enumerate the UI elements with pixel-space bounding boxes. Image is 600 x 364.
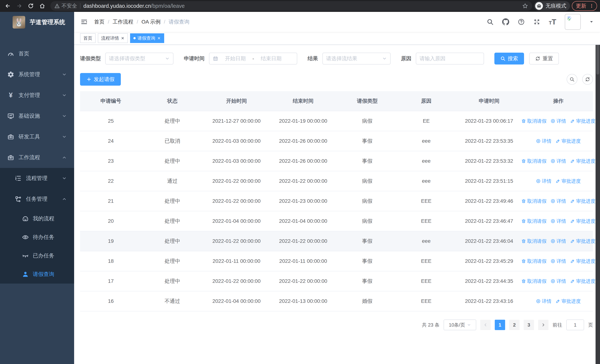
sidebar-item-label: 流程管理	[26, 175, 47, 182]
close-icon[interactable]	[157, 36, 161, 40]
approval-progress-link[interactable]: 审批进度	[570, 158, 595, 164]
reason-field[interactable]	[416, 53, 484, 65]
sidebar-item-system[interactable]: 系统管理	[0, 64, 74, 85]
forward-button[interactable]	[14, 1, 24, 11]
end-date-input[interactable]	[256, 56, 286, 62]
detail-link[interactable]: 详情	[536, 138, 552, 144]
create-leave-button[interactable]: 发起请假	[80, 73, 121, 86]
cancel-leave-link[interactable]: 取消请假	[521, 218, 546, 224]
sidebar-item-task-mgmt[interactable]: 任务管理	[0, 189, 74, 209]
reason-input[interactable]	[420, 56, 480, 62]
prev-page-button[interactable]	[480, 320, 491, 330]
detail-icon	[551, 119, 555, 123]
sidebar-item-home[interactable]: 首页	[0, 43, 74, 64]
breadcrumb-item[interactable]: 首页	[94, 18, 104, 25]
search-button[interactable]: 搜索	[494, 53, 524, 65]
detail-link[interactable]: 详情	[551, 198, 566, 205]
font-size-button[interactable]: TT	[549, 18, 556, 26]
back-button[interactable]	[3, 1, 13, 11]
cancel-leave-link[interactable]: 取消请假	[521, 158, 546, 164]
approval-progress-link[interactable]: 审批进度	[570, 218, 595, 224]
show-search-button[interactable]	[567, 74, 577, 85]
tab-process-detail[interactable]: 流程详情	[98, 33, 128, 43]
cancel-leave-link[interactable]: 取消请假	[521, 198, 546, 205]
reload-button[interactable]	[26, 1, 36, 11]
detail-link[interactable]: 详情	[551, 218, 566, 224]
browser-menu-button[interactable]	[589, 3, 594, 8]
sidebar-item-workflow[interactable]: 工作流程	[0, 147, 74, 168]
detail-link[interactable]: 详情	[536, 178, 552, 184]
sidebar-item-process-mgmt[interactable]: 流程管理	[0, 168, 74, 189]
goto-page-input[interactable]	[566, 319, 584, 330]
header-search-button[interactable]	[487, 18, 494, 25]
detail-icon	[536, 179, 541, 184]
security-label: 不安全	[62, 2, 77, 9]
table-row: 22 通过 2022-01-22 00:00:00 2022-01-22 00:…	[80, 171, 593, 191]
detail-link[interactable]: 详情	[551, 238, 566, 244]
sidebar-toggle[interactable]	[80, 18, 88, 26]
cancel-leave-link[interactable]: 取消请假	[521, 118, 546, 124]
tab-leave-query[interactable]: 请假查询	[130, 33, 164, 43]
cell-start: 2022-01-03 00:00:00	[203, 151, 270, 171]
approval-progress-link[interactable]: 审批进度	[555, 298, 581, 305]
page-button-1[interactable]: 1	[495, 320, 505, 330]
breadcrumb-item[interactable]: 工作流程	[113, 18, 133, 25]
refresh-icon	[585, 77, 590, 82]
github-button[interactable]	[502, 18, 509, 25]
close-icon[interactable]	[121, 36, 124, 40]
fullscreen-button[interactable]	[533, 18, 540, 25]
tab-home[interactable]: 首页	[80, 33, 96, 43]
detail-link[interactable]: 详情	[551, 278, 566, 284]
cell-status: 处理中	[141, 271, 203, 291]
cell-end: 2022-01-22 00:00:00	[270, 231, 337, 251]
vertical-scrollbar[interactable]	[596, 12, 600, 364]
cell-reason: EEE	[398, 291, 454, 311]
page-button-3[interactable]: 3	[524, 320, 534, 330]
sidebar-item-done-tasks[interactable]: 已办任务	[0, 246, 74, 265]
result-select-input[interactable]	[326, 56, 380, 62]
sidebar-item-label: 任务管理	[26, 195, 47, 203]
approval-progress-link[interactable]: 审批进度	[555, 138, 581, 144]
home-button[interactable]	[38, 1, 47, 11]
avatar-caret-icon[interactable]	[589, 20, 594, 24]
reset-button[interactable]: 重置	[529, 53, 559, 65]
avatar[interactable]	[565, 14, 581, 30]
sidebar-item-my-process[interactable]: 我的流程	[0, 209, 74, 228]
trash-icon	[521, 239, 526, 243]
apply-time-range-picker[interactable]: -	[209, 53, 297, 65]
result-select[interactable]	[322, 53, 391, 65]
detail-link[interactable]: 详情	[551, 258, 566, 264]
approval-progress-link[interactable]: 审批进度	[570, 258, 595, 264]
sidebar-item-todo-tasks[interactable]: 待办任务	[0, 228, 74, 246]
update-chip[interactable]: 更新	[572, 1, 597, 11]
sidebar-item-payment[interactable]: ¥ 支付管理	[0, 85, 74, 106]
page-size-select[interactable]: 10条/页	[444, 319, 476, 330]
sidebar-item-leave-query[interactable]: 请假查询	[0, 265, 74, 284]
approval-progress-link[interactable]: 审批进度	[570, 118, 595, 124]
sidebar-item-devtools[interactable]: 研发工具	[0, 126, 74, 147]
cancel-leave-link[interactable]: 取消请假	[521, 278, 546, 284]
detail-link[interactable]: 详情	[551, 118, 566, 124]
approval-progress-link[interactable]: 审批进度	[570, 238, 595, 244]
next-page-button[interactable]	[538, 320, 548, 330]
chevron-down-icon	[467, 323, 471, 327]
bookmark-button[interactable]	[522, 3, 528, 9]
refresh-table-button[interactable]	[582, 74, 593, 85]
cancel-leave-link[interactable]: 取消请假	[521, 238, 546, 244]
breadcrumb-item[interactable]: OA 示例	[141, 18, 161, 25]
page-button-2[interactable]: 2	[509, 320, 520, 330]
security-chip[interactable]: 不安全	[55, 2, 77, 9]
detail-link[interactable]: 详情	[536, 298, 552, 305]
cancel-leave-link[interactable]: 取消请假	[521, 258, 546, 264]
sidebar-item-infrastructure[interactable]: 基础设施	[0, 106, 74, 126]
approval-progress-link[interactable]: 审批进度	[555, 178, 581, 184]
leave-type-select-input[interactable]	[109, 56, 163, 62]
detail-link[interactable]: 详情	[551, 158, 566, 164]
address-bar[interactable]: 不安全 dashboard.yudao.iocoder.cn/bpm/oa/le…	[50, 1, 532, 11]
leave-type-select[interactable]	[105, 53, 173, 65]
tags-view: 首页 流程详情 请假查询	[74, 32, 600, 45]
start-date-input[interactable]	[221, 56, 250, 62]
approval-progress-link[interactable]: 审批进度	[570, 278, 595, 284]
approval-progress-link[interactable]: 审批进度	[570, 198, 595, 205]
help-button[interactable]	[518, 18, 525, 25]
